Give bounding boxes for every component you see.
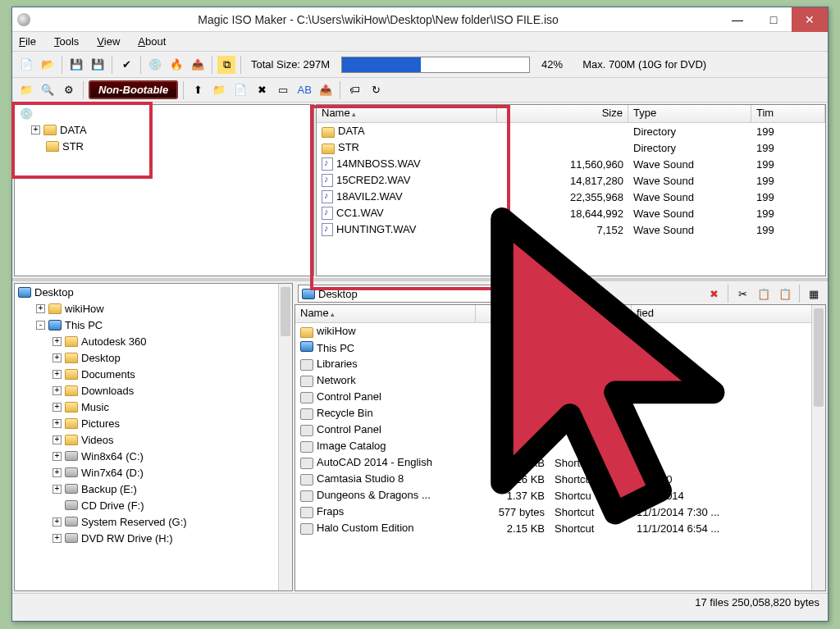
browser-file-list[interactable]: Name ↖ Size fied wikiHowThis PCLibraries… <box>294 304 826 591</box>
export-icon[interactable]: 📤 <box>317 81 335 99</box>
list-item[interactable]: Network <box>295 372 825 389</box>
expand-icon[interactable]: + <box>52 452 62 461</box>
expand-icon[interactable]: + <box>52 534 62 543</box>
list-item[interactable]: Camtasia Studio 81.16 KBShortcu11/1/20 <box>295 471 825 487</box>
list-header[interactable]: Name ↖ Size fied <box>295 305 825 323</box>
burn-button[interactable]: 🔥 <box>167 56 185 74</box>
save-as-button[interactable]: 💾 <box>89 56 107 74</box>
list-item[interactable]: This PC <box>295 340 825 356</box>
list-item[interactable]: Image Catalog <box>295 438 825 454</box>
menu-about[interactable]: About <box>138 35 166 48</box>
expand-icon[interactable]: + <box>52 386 62 395</box>
list-header[interactable]: Name Size Type Tim <box>317 105 825 123</box>
rename-icon[interactable]: AB <box>295 81 313 99</box>
up-icon[interactable]: ⬆ <box>189 81 207 99</box>
iso-tree-pane[interactable]: 💿 +DATA STR <box>14 104 314 276</box>
tree-item[interactable]: +Backup (E:) <box>15 481 292 497</box>
refresh-icon[interactable]: ↻ <box>367 81 385 99</box>
delete-button[interactable]: ✖ <box>705 285 723 303</box>
check-button[interactable]: ✔ <box>117 56 135 74</box>
tree-item[interactable]: +Desktop <box>15 349 292 366</box>
tree-item-label[interactable]: DATA <box>60 124 87 136</box>
tree-item[interactable]: +Music <box>15 399 292 415</box>
col-modified[interactable]: fied <box>632 305 825 322</box>
menu-tools[interactable]: Tools <box>54 35 79 48</box>
close-button[interactable]: ✕ <box>792 7 828 32</box>
list-item[interactable]: CC1.WAV18,644,992Wave Sound199 <box>317 205 825 221</box>
expand-icon[interactable]: + <box>52 485 62 494</box>
list-item[interactable]: 18AVIL2.WAV22,355,968Wave Sound199 <box>317 189 825 205</box>
menu-view[interactable]: View <box>97 35 120 48</box>
list-item[interactable]: Halo Custom Edition2.15 KBShortcut11/1/2… <box>295 520 825 536</box>
list-item[interactable]: AutoCAD 2014 - English2.07 KBShortcu11/2 <box>295 454 825 471</box>
bootable-badge[interactable]: Non-Bootable <box>89 80 178 99</box>
col-name[interactable]: Name <box>295 305 476 322</box>
tree-item[interactable]: +Win8x64 (C:) <box>15 448 292 464</box>
titlebar[interactable]: Magic ISO Maker - C:\Users\wikiHow\Deskt… <box>12 7 828 32</box>
expand-icon[interactable]: + <box>36 304 45 313</box>
tree-item[interactable]: +Autodesk 360 <box>15 333 292 349</box>
expand-icon[interactable]: + <box>52 403 62 412</box>
extract-button[interactable]: 📤 <box>189 56 207 74</box>
cut-button[interactable]: ✂ <box>733 285 751 303</box>
expand-icon[interactable]: + <box>31 125 40 134</box>
tree-item[interactable]: +Videos <box>15 431 292 448</box>
scrollbar[interactable] <box>278 284 292 590</box>
search-icon[interactable]: 🔍 <box>39 81 57 99</box>
compress-button[interactable]: ⧉ <box>217 56 235 74</box>
list-item[interactable]: Fraps577 bytesShortcut11/1/2014 7:30 ... <box>295 504 825 520</box>
new-button[interactable]: 📄 <box>17 56 35 74</box>
col-time[interactable]: Tim <box>751 105 825 122</box>
copy-button[interactable]: 📋 <box>755 285 773 303</box>
local-tree-pane[interactable]: Desktop +wikiHow-This PC+Autodesk 360+De… <box>14 283 293 591</box>
list-item[interactable]: Control Panel <box>295 422 825 438</box>
expand-icon[interactable]: + <box>52 517 62 526</box>
add-folder-icon[interactable]: 📁 <box>210 81 228 99</box>
list-item[interactable]: Dungeons & Dragons ...1.37 KBShortcu12/9… <box>295 487 825 504</box>
path-combo[interactable]: Desktop ▾ <box>298 285 527 303</box>
col-type[interactable]: Type <box>628 105 751 122</box>
tree-item[interactable]: -This PC <box>15 317 292 333</box>
paste-button[interactable]: 📋 <box>776 285 794 303</box>
list-item[interactable]: Recycle Bin <box>295 405 825 422</box>
menu-file[interactable]: File <box>19 35 36 48</box>
col-size[interactable]: Size <box>497 105 628 122</box>
gear-icon[interactable]: ⚙ <box>60 81 78 99</box>
tree-item[interactable]: +Downloads <box>15 382 292 399</box>
label-icon[interactable]: 🏷 <box>345 81 363 99</box>
col-size[interactable]: ↖ Size <box>476 305 550 322</box>
expand-icon[interactable]: + <box>52 468 62 477</box>
open-button[interactable]: 📂 <box>39 56 57 74</box>
disc-button[interactable]: 💿 <box>146 56 164 74</box>
save-button[interactable]: 💾 <box>67 56 85 74</box>
list-item[interactable]: Libraries <box>295 356 825 372</box>
folder-icon[interactable]: 📁 <box>17 81 35 99</box>
col-type[interactable] <box>550 305 632 322</box>
expand-icon[interactable]: + <box>52 353 62 362</box>
tree-item[interactable]: CD Drive (F:) <box>15 497 292 513</box>
tree-item[interactable]: +wikiHow <box>15 300 292 317</box>
list-item[interactable]: 15CRED2.WAV14,817,280Wave Sound199 <box>317 172 825 189</box>
maximize-button[interactable]: □ <box>756 7 792 32</box>
tree-item-label[interactable]: STR <box>62 140 84 153</box>
tree-item[interactable]: +System Reserved (G:) <box>15 513 292 530</box>
scrollbar[interactable] <box>811 305 825 590</box>
expand-icon[interactable]: + <box>52 435 62 444</box>
list-item[interactable]: 14MNBOSS.WAV11,560,960Wave Sound199 <box>317 156 825 172</box>
minimize-button[interactable]: — <box>719 7 756 32</box>
col-name[interactable]: Name <box>317 105 497 122</box>
list-item[interactable]: DATADirectory199 <box>317 123 825 139</box>
up-button[interactable]: ⬆ <box>531 285 549 303</box>
list-item[interactable]: STRDirectory199 <box>317 139 825 156</box>
chevron-down-icon[interactable]: ▾ <box>518 288 523 300</box>
tree-item[interactable]: +DVD RW Drive (H:) <box>15 530 292 546</box>
tree-item[interactable]: +Pictures <box>15 415 292 431</box>
properties-icon[interactable]: ▭ <box>274 81 292 99</box>
iso-file-list[interactable]: Name Size Type Tim DATADirectory199STRDi… <box>316 104 826 276</box>
delete-icon[interactable]: ✖ <box>253 81 271 99</box>
tree-item[interactable]: +Documents <box>15 366 292 382</box>
tree-item[interactable]: +Win7x64 (D:) <box>15 464 292 481</box>
list-item[interactable]: HUNTINGT.WAV7,152Wave Sound199 <box>317 221 825 238</box>
expand-icon[interactable]: + <box>52 337 62 346</box>
add-file-icon[interactable]: 📄 <box>231 81 249 99</box>
